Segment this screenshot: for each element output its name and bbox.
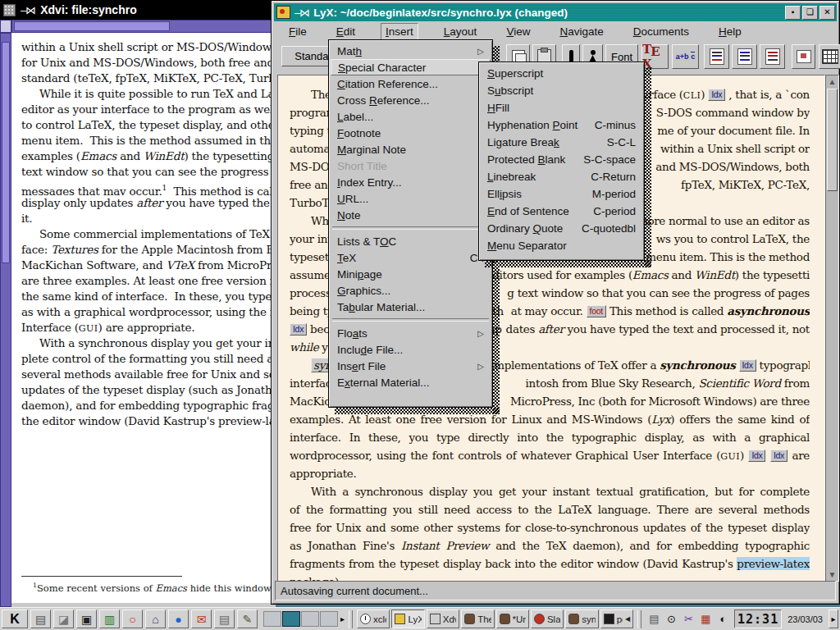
globe-launcher[interactable]: ● bbox=[168, 609, 189, 628]
menu-item-label[interactable]: Label... bbox=[331, 108, 491, 125]
menu-item-footnote[interactable]: Footnote bbox=[331, 125, 491, 141]
task-button-unti[interactable]: *Unti bbox=[496, 609, 529, 628]
maximize-button[interactable]: ❏ bbox=[802, 6, 818, 20]
insert-figure-button[interactable] bbox=[792, 44, 815, 69]
menu-item-linebreak[interactable]: LinebreakC-Return bbox=[481, 168, 642, 185]
menu-item-protected-blank[interactable]: Protected BlankS-C-space bbox=[481, 151, 642, 168]
depth-button[interactable] bbox=[760, 44, 785, 69]
task-button-pete[interactable]: pete◀ bbox=[600, 609, 633, 628]
menu-item-index-entry[interactable]: Index Entry... bbox=[331, 174, 491, 190]
xdvi-horizontal-scrollbar[interactable] bbox=[11, 20, 276, 33]
moon-phase-tray[interactable]: ◐ bbox=[714, 610, 732, 628]
documents-launcher[interactable]: ▤ bbox=[214, 609, 235, 628]
pager-desktop-1[interactable] bbox=[263, 611, 281, 627]
task-button-theg[interactable]: The G bbox=[461, 609, 494, 628]
task-button-lyx[interactable]: LyX: bbox=[391, 609, 424, 628]
menu-item-floats[interactable]: Floats▷ bbox=[331, 325, 491, 341]
home-launcher[interactable]: ⌂ bbox=[145, 609, 166, 628]
task-button-xdvi[interactable]: Xdvi bbox=[427, 609, 459, 628]
menu-item-tex[interactable]: TeXC-l bbox=[331, 249, 491, 266]
insert-table-button[interactable] bbox=[819, 44, 840, 69]
menubar-item-view[interactable]: View bbox=[502, 24, 534, 39]
scroll-up-icon[interactable]: ▲ bbox=[826, 75, 838, 88]
menu-item-external-material[interactable]: External Material... bbox=[331, 374, 491, 390]
menubar-item-documents[interactable]: Documents bbox=[629, 24, 693, 39]
menubar-item-layout[interactable]: Layout bbox=[440, 24, 482, 39]
menu-item-hfill[interactable]: HFill bbox=[481, 99, 642, 116]
tex-mode-button[interactable]: TEX bbox=[641, 44, 669, 69]
menu-item-superscript[interactable]: Superscript bbox=[481, 65, 642, 82]
help-launcher[interactable]: ○ bbox=[122, 609, 143, 628]
menu-item-ordinary-quote[interactable]: Ordinary QuoteC-quotedbl bbox=[481, 220, 642, 237]
xdvi-footnote: 1Some recent versions of Emacs hide this… bbox=[21, 576, 276, 594]
math-mode-button[interactable]: a+b c bbox=[672, 44, 699, 69]
menubar-item-navigate[interactable]: Navigate bbox=[555, 24, 607, 39]
k-menu-launcher[interactable]: K bbox=[2, 609, 28, 628]
xdvi-titlebar[interactable]: –⋈ Xdvi: file:synchro bbox=[0, 0, 276, 20]
scroll-down-icon[interactable]: ▼ bbox=[826, 568, 838, 581]
foot-inset-badge[interactable]: foot bbox=[587, 305, 606, 317]
task-button-sync[interactable]: sync bbox=[565, 609, 598, 628]
menu-item-tabular-material[interactable]: Tabular Material... bbox=[331, 299, 491, 315]
task-button-xcloc[interactable]: xcloc bbox=[357, 609, 390, 628]
taskbar-clock[interactable]: 12:31 bbox=[734, 609, 782, 628]
menu-item-include-file[interactable]: Include File... bbox=[331, 341, 491, 358]
menu-item-short-title[interactable]: Short Title bbox=[331, 158, 491, 174]
emph-style-button[interactable] bbox=[704, 44, 729, 69]
pager-arrow-icon[interactable]: ▸ bbox=[340, 614, 345, 623]
xdvi-vscroll-thumb[interactable] bbox=[2, 42, 10, 263]
menu-item-end-of-sentence[interactable]: End of SentenceC-period bbox=[481, 203, 642, 220]
menu-item-math[interactable]: Math▷ bbox=[331, 43, 491, 59]
close-button[interactable]: ✕ bbox=[819, 6, 835, 20]
terminal-launcher[interactable]: ▣ bbox=[76, 609, 97, 628]
klipper-tray[interactable]: ✂ bbox=[680, 610, 697, 628]
menu-item-lists-toc[interactable]: Lists & TOC bbox=[331, 233, 491, 249]
window-list-launcher[interactable]: ▤ bbox=[30, 609, 51, 628]
power-tray[interactable]: ⊙ bbox=[663, 610, 680, 628]
menu-item-ellipsis[interactable]: EllipsisM-period bbox=[481, 185, 642, 203]
panel-hide-button[interactable]: ▸ bbox=[829, 609, 838, 628]
idx-inset-badge[interactable]: Idx bbox=[748, 450, 765, 462]
menu-item-ligature-break[interactable]: Ligature BreakS-C-L bbox=[481, 134, 642, 151]
pager-desktop-3[interactable] bbox=[301, 611, 319, 627]
menu-item-hyphenation-point[interactable]: Hyphenation PointC-minus bbox=[481, 116, 642, 134]
menubar-item-insert[interactable]: Insert bbox=[381, 23, 418, 40]
xdvi-vertical-scrollbar[interactable] bbox=[0, 33, 11, 607]
organizer-tray[interactable]: ▦ bbox=[697, 610, 714, 628]
menu-item-cross-reference[interactable]: Cross Reference... bbox=[331, 92, 491, 108]
idx-inset-badge[interactable]: Idx bbox=[770, 450, 788, 462]
print-manager-tray[interactable]: ▤ bbox=[646, 610, 663, 628]
editor-launcher[interactable]: ✎ bbox=[237, 609, 258, 628]
noun-style-button[interactable] bbox=[732, 44, 757, 69]
document-scrollbar[interactable]: ▲ ▼ bbox=[825, 75, 839, 582]
pager-desktop-4[interactable] bbox=[320, 611, 338, 627]
menu-item-minipage[interactable]: Minipage bbox=[331, 266, 491, 282]
menu-item-graphics[interactable]: Graphics... bbox=[331, 282, 491, 299]
kmail-launcher[interactable]: ✉ bbox=[191, 609, 212, 628]
task-button-slas[interactable]: Slas bbox=[531, 609, 564, 628]
menu-item-insert-file[interactable]: Insert File▷ bbox=[331, 358, 491, 374]
xdvi-hscroll-thumb[interactable] bbox=[14, 21, 170, 31]
pager-desktop-2[interactable] bbox=[282, 611, 300, 627]
menu-item-menu-separator[interactable]: Menu Separator bbox=[481, 237, 642, 254]
menu-item-url[interactable]: URL... bbox=[331, 190, 491, 207]
idx-inset-badge[interactable]: Idx bbox=[739, 359, 756, 372]
scroll-thumb[interactable] bbox=[827, 89, 838, 191]
menu-item-special-character[interactable]: Special Character bbox=[331, 59, 491, 75]
lyx-titlebar[interactable]: –⋈ LyX: ~/doc/beginlatex/src/synchro.lyx… bbox=[274, 3, 837, 21]
idx-inset-badge[interactable]: Idx bbox=[708, 89, 725, 101]
idx-inset-badge[interactable]: Idx bbox=[290, 323, 307, 336]
menu-item-citation-reference[interactable]: Citation Reference... bbox=[331, 75, 491, 92]
menubar-item-file[interactable]: File bbox=[285, 24, 311, 39]
menubar-item-help[interactable]: Help bbox=[714, 24, 746, 39]
show-desktop-launcher[interactable]: ◪ bbox=[53, 609, 74, 628]
konsole-launcher[interactable]: ▥ bbox=[99, 609, 120, 628]
wm-pin-icon[interactable]: –⋈ bbox=[21, 4, 35, 16]
menu-item-note[interactable]: Note bbox=[331, 207, 491, 223]
menu-item-subscript[interactable]: Subscript bbox=[481, 82, 642, 99]
menu-item-marginal-note[interactable]: Marginal Note bbox=[331, 141, 491, 158]
wm-pin-icon[interactable]: –⋈ bbox=[294, 7, 309, 19]
iconify-button[interactable]: ▪ bbox=[785, 6, 801, 20]
xdvi-text-line: messages that may occur.1 This method is… bbox=[21, 180, 276, 195]
menubar-item-edit[interactable]: Edit bbox=[332, 24, 359, 39]
